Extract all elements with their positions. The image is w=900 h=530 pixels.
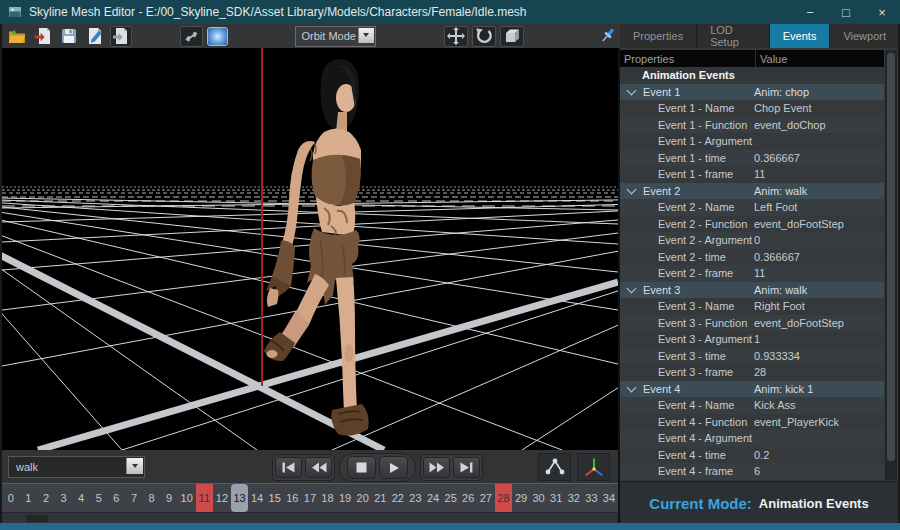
skip-to-end-button[interactable] bbox=[453, 457, 480, 478]
tab-properties[interactable]: Properties bbox=[620, 24, 697, 48]
timeline-frame-1[interactable]: 1 bbox=[20, 484, 38, 512]
column-header-value[interactable]: Value bbox=[756, 53, 787, 65]
chevron-down-icon[interactable] bbox=[627, 283, 637, 293]
timeline-frame-8[interactable]: 8 bbox=[143, 484, 161, 512]
timeline-frame-33[interactable]: 33 bbox=[583, 484, 601, 512]
timeline-frame-16[interactable]: 16 bbox=[284, 484, 302, 512]
panel-scrollbar[interactable] bbox=[885, 50, 897, 480]
property-row[interactable]: Event 4 - time0.2 bbox=[620, 447, 884, 464]
render-view-button[interactable] bbox=[207, 26, 229, 47]
timeline-frame-4[interactable]: 4 bbox=[72, 484, 90, 512]
property-row[interactable]: Event 3 - Functionevent_doFootStep bbox=[620, 315, 884, 332]
camera-mode-dropdown-button[interactable] bbox=[358, 28, 374, 43]
property-row[interactable]: Event 4 - Argument bbox=[620, 430, 884, 447]
timeline-frame-30[interactable]: 30 bbox=[530, 484, 548, 512]
fast-forward-button[interactable] bbox=[423, 457, 450, 478]
move-button[interactable] bbox=[444, 26, 468, 47]
property-row[interactable]: Animation Events bbox=[620, 67, 884, 84]
timeline-frame-2[interactable]: 2 bbox=[37, 484, 55, 512]
timeline-frame-19[interactable]: 19 bbox=[336, 484, 354, 512]
stop-button[interactable] bbox=[347, 456, 376, 479]
property-row[interactable]: Event 4 - Functionevent_PlayerKick bbox=[620, 414, 884, 431]
pin-button[interactable] bbox=[598, 26, 620, 47]
play-button[interactable] bbox=[379, 456, 408, 479]
property-row[interactable]: Event 2 - NameLeft Foot bbox=[620, 199, 884, 216]
timeline-frame-26[interactable]: 26 bbox=[459, 484, 477, 512]
timeline-frame-7[interactable]: 7 bbox=[125, 484, 143, 512]
property-row[interactable]: Event 3Anim: walk bbox=[620, 282, 884, 299]
timeline-frame-20[interactable]: 20 bbox=[354, 484, 372, 512]
timeline-frame-25[interactable]: 25 bbox=[442, 484, 460, 512]
property-row[interactable]: Event 3 - Argument1 bbox=[620, 331, 884, 348]
property-row[interactable]: Event 2Anim: walk bbox=[620, 183, 884, 200]
property-row[interactable]: Event 2 - time0.366667 bbox=[620, 249, 884, 266]
timeline-frame-6[interactable]: 6 bbox=[108, 484, 126, 512]
timeline-frame-9[interactable]: 9 bbox=[160, 484, 178, 512]
rotate-button[interactable] bbox=[472, 26, 496, 47]
show-skeleton-button[interactable] bbox=[538, 453, 571, 481]
timeline-frame-27[interactable]: 27 bbox=[477, 484, 495, 512]
chevron-down-icon[interactable] bbox=[627, 85, 637, 95]
timeline-frame-34[interactable]: 34 bbox=[600, 484, 618, 512]
tab-events[interactable]: Events bbox=[770, 24, 831, 48]
property-row[interactable]: Event 1Anim: chop bbox=[620, 84, 884, 101]
timeline-frame-3[interactable]: 3 bbox=[55, 484, 73, 512]
property-row[interactable]: Event 4Anim: kick 1 bbox=[620, 381, 884, 398]
close-button[interactable]: × bbox=[864, 0, 900, 24]
timeline-frame-24[interactable]: 24 bbox=[424, 484, 442, 512]
timeline-frame-31[interactable]: 31 bbox=[547, 484, 565, 512]
show-bones-button[interactable] bbox=[180, 26, 202, 47]
animation-select[interactable]: walk bbox=[8, 456, 145, 478]
scale-button[interactable] bbox=[500, 26, 524, 47]
viewport-3d[interactable] bbox=[2, 48, 618, 450]
property-row[interactable]: Event 1 - Functionevent_doChop bbox=[620, 117, 884, 134]
animation-dropdown-button[interactable] bbox=[126, 458, 143, 474]
property-row[interactable]: Event 1 - time0.366667 bbox=[620, 150, 884, 167]
property-row[interactable]: Event 2 - Functionevent_doFootStep bbox=[620, 216, 884, 233]
timeline-frame-18[interactable]: 18 bbox=[319, 484, 337, 512]
rewind-button[interactable] bbox=[305, 457, 332, 478]
save-button[interactable] bbox=[58, 26, 80, 47]
property-row[interactable]: Event 1 - NameChop Event bbox=[620, 100, 884, 117]
timeline-frame-23[interactable]: 23 bbox=[407, 484, 425, 512]
timeline-frame-22[interactable]: 22 bbox=[389, 484, 407, 512]
timeline-frame-11[interactable]: 11 bbox=[196, 484, 214, 512]
property-row[interactable]: Event 2 - frame11 bbox=[620, 265, 884, 282]
timeline-frame-17[interactable]: 17 bbox=[301, 484, 319, 512]
edit-button[interactable] bbox=[84, 26, 106, 47]
minimize-button[interactable]: − bbox=[792, 0, 828, 24]
export-button[interactable] bbox=[110, 26, 132, 47]
camera-mode-select[interactable]: Orbit Mode bbox=[295, 26, 376, 47]
property-row[interactable]: Event 1 - Argument bbox=[620, 133, 884, 150]
timeline-frame-15[interactable]: 15 bbox=[266, 484, 284, 512]
chevron-down-icon[interactable] bbox=[627, 184, 637, 194]
tab-viewport[interactable]: Viewport bbox=[830, 24, 900, 48]
timeline-frame-21[interactable]: 21 bbox=[371, 484, 389, 512]
timeline-frame-10[interactable]: 10 bbox=[178, 484, 196, 512]
column-header-properties[interactable]: Properties bbox=[620, 50, 756, 67]
timeline-scrollbar[interactable] bbox=[2, 512, 618, 523]
timeline-scrollbar-thumb[interactable] bbox=[26, 515, 48, 522]
import-button[interactable] bbox=[32, 26, 54, 47]
timeline-frame-13[interactable]: 13 bbox=[231, 484, 249, 512]
timeline-frame-29[interactable]: 29 bbox=[512, 484, 530, 512]
timeline-frame-12[interactable]: 12 bbox=[213, 484, 231, 512]
property-row[interactable]: Event 4 - frame6 bbox=[620, 463, 884, 480]
property-row[interactable]: Event 2 - Argument0 bbox=[620, 232, 884, 249]
tab-lod-setup[interactable]: LOD Setup bbox=[697, 24, 770, 48]
timeline-frame-14[interactable]: 14 bbox=[248, 484, 266, 512]
chevron-down-icon[interactable] bbox=[627, 382, 637, 392]
maximize-button[interactable]: □ bbox=[828, 0, 864, 24]
timeline-frame-28[interactable]: 28 bbox=[495, 484, 513, 512]
property-row[interactable]: Event 3 - frame28 bbox=[620, 364, 884, 381]
show-axis-button[interactable] bbox=[577, 453, 610, 481]
timeline-frame-0[interactable]: 0 bbox=[2, 484, 20, 512]
open-file-button[interactable] bbox=[6, 26, 28, 47]
timeline-frame-5[interactable]: 5 bbox=[90, 484, 108, 512]
property-row[interactable]: Event 3 - NameRight Foot bbox=[620, 298, 884, 315]
timeline-frame-32[interactable]: 32 bbox=[565, 484, 583, 512]
skip-to-start-button[interactable] bbox=[275, 457, 302, 478]
property-row[interactable]: Event 3 - time0.933334 bbox=[620, 348, 884, 365]
property-row[interactable]: Event 4 - NameKick Ass bbox=[620, 397, 884, 414]
property-row[interactable]: Event 1 - frame11 bbox=[620, 166, 884, 183]
